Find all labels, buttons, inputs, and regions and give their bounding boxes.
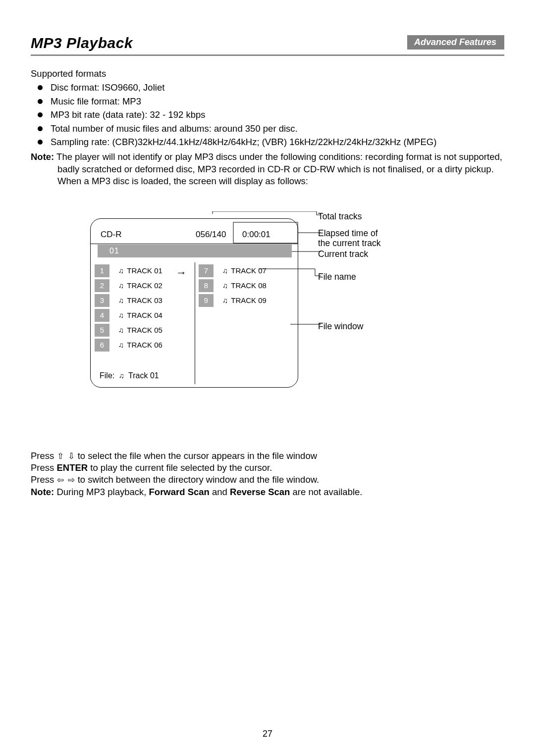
right-arrow-icon: ⇨ xyxy=(68,475,75,486)
music-note-icon: ♫ xyxy=(118,296,124,304)
callout-file-window: File window xyxy=(318,321,363,332)
callout-text: Elapsed time of xyxy=(318,228,378,238)
text: to play the current file selected by the… xyxy=(88,462,272,473)
enter-key-label: ENTER xyxy=(56,462,88,473)
list-item: Music file format: MP3 xyxy=(31,96,504,107)
supported-heading: Supported formats xyxy=(31,68,504,80)
track-name: TRACK 04 xyxy=(127,311,162,319)
track-number: 6 xyxy=(95,339,109,352)
instruction-line: Press ⇦ ⇨ to switch between the director… xyxy=(31,474,504,486)
track-row: 6 ♫ TRACK 06 xyxy=(91,338,195,353)
text: to select the file when the cursor appea… xyxy=(78,451,317,461)
callout-total-tracks: Total tracks xyxy=(318,211,362,222)
music-note-icon: ♫ xyxy=(118,266,124,275)
instruction-line: Note: During MP3 playback, Forward Scan … xyxy=(31,486,504,498)
note-label: Note: xyxy=(31,487,54,497)
track-name: TRACK 09 xyxy=(231,296,267,304)
track-number: 9 xyxy=(199,294,214,307)
music-note-icon: ♫ xyxy=(119,371,124,380)
instruction-line: Press ⇧ ⇩ to select the file when the cu… xyxy=(31,450,504,462)
track-row: 7 ♫ TRACK 07 xyxy=(195,263,299,278)
track-number: 7 xyxy=(199,264,214,277)
track-name: TRACK 01 xyxy=(127,266,162,275)
page-title: MP3 Playback xyxy=(31,35,395,51)
current-directory: 01 xyxy=(98,245,292,257)
track-number: 8 xyxy=(199,279,214,292)
list-item: MP3 bit rate (data rate): 32 - 192 kbps xyxy=(31,109,504,121)
track-counter: 056/140 xyxy=(196,230,226,240)
text: and xyxy=(210,487,230,497)
track-row: 4 ♫ TRACK 04 xyxy=(91,308,195,323)
track-name: TRACK 06 xyxy=(127,341,162,349)
disc-type: CD-R xyxy=(101,230,122,240)
text: Press xyxy=(31,474,56,485)
elapsed-time: 0:00:01 xyxy=(242,230,270,240)
forward-scan-label: Forward Scan xyxy=(149,487,210,497)
track-name: TRACK 07 xyxy=(231,266,267,275)
note-text: The player will not identify or play MP3… xyxy=(56,151,502,162)
text: Press xyxy=(31,451,56,461)
instruction-line: Press ENTER to play the current file sel… xyxy=(31,462,504,474)
note-text: badly scratched or deformed disc, MP3 re… xyxy=(31,163,504,175)
list-item: Sampling rate: (CBR)32kHz/44.1kHz/48kHz/… xyxy=(31,136,504,148)
track-number: 3 xyxy=(95,294,109,307)
callout-elapsed: Elapsed time of the current track xyxy=(318,228,380,248)
osd-panel: CD-R 056/140 0:00:01 01 1 ♫ TRACK 01 → 2… xyxy=(90,218,298,388)
track-number: 5 xyxy=(95,324,109,337)
track-row: 3 ♫ TRACK 03 xyxy=(91,293,195,308)
track-number: 1 xyxy=(95,264,109,277)
track-row: 5 ♫ TRACK 05 xyxy=(91,323,195,338)
callout-file-name: File name xyxy=(318,272,356,282)
track-row: 9 ♫ TRACK 09 xyxy=(195,293,299,308)
supported-list: Disc format: ISO9660, Joliet Music file … xyxy=(31,82,504,148)
track-row: 8 ♫ TRACK 08 xyxy=(195,278,299,293)
up-arrow-icon: ⇧ xyxy=(57,451,64,462)
callout-text: the current track xyxy=(318,238,380,248)
reverse-scan-label: Reverse Scan xyxy=(230,487,290,497)
music-note-icon: ♫ xyxy=(118,311,124,319)
left-arrow-icon: ⇦ xyxy=(57,475,64,486)
text: During MP3 playback, xyxy=(54,487,149,497)
track-number: 4 xyxy=(95,309,109,322)
track-name: TRACK 02 xyxy=(127,281,162,290)
arrow-right-icon: → xyxy=(176,266,187,279)
file-label: File: xyxy=(100,371,114,380)
track-name: TRACK 08 xyxy=(231,281,267,290)
track-name: TRACK 05 xyxy=(127,326,162,334)
note-label: Note: xyxy=(31,151,54,162)
file-name: Track 01 xyxy=(128,371,159,380)
music-note-icon: ♫ xyxy=(118,341,124,349)
list-item: Disc format: ISO9660, Joliet xyxy=(31,82,504,94)
text: are not available. xyxy=(290,487,362,497)
divider xyxy=(91,244,298,244)
callout-current-track: Current track xyxy=(318,249,368,259)
text: Press xyxy=(31,462,56,473)
track-row: 1 ♫ TRACK 01 → xyxy=(91,263,195,278)
music-note-icon: ♫ xyxy=(118,326,124,334)
section-badge: Advanced Features xyxy=(407,35,504,50)
music-note-icon: ♫ xyxy=(222,266,228,275)
note-block: Note: The player will not identify or pl… xyxy=(31,151,504,187)
note-text: When a MP3 disc is loaded, the screen wi… xyxy=(31,175,504,187)
music-note-icon: ♫ xyxy=(222,281,228,290)
music-note-icon: ♫ xyxy=(222,296,228,304)
divider xyxy=(31,54,504,56)
osd-footer: File: ♫ Track 01 xyxy=(100,371,159,380)
list-item: Total number of music files and albums: … xyxy=(31,123,504,135)
text: to switch between the directory window a… xyxy=(78,474,319,485)
track-name: TRACK 03 xyxy=(127,296,162,304)
track-row: 2 ♫ TRACK 02 xyxy=(91,278,195,293)
track-number: 2 xyxy=(95,279,109,292)
down-arrow-icon: ⇩ xyxy=(68,451,75,462)
music-note-icon: ♫ xyxy=(118,281,124,290)
page-number: 27 xyxy=(0,729,535,739)
